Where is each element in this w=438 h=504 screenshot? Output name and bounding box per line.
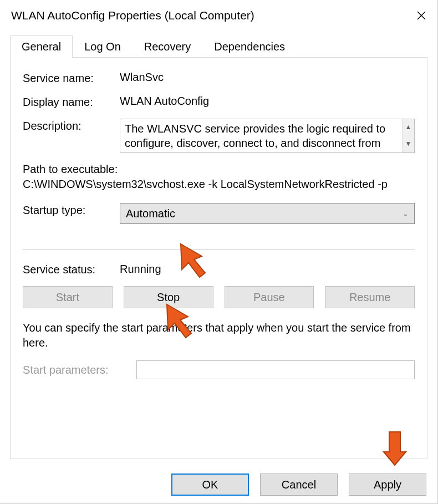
start-params-input (136, 360, 415, 379)
service-status-label: Service status: (23, 262, 120, 276)
service-control-buttons: Start Stop Pause Resume (23, 286, 415, 308)
scroll-up-icon[interactable]: ▲ (403, 119, 414, 136)
tab-recovery[interactable]: Recovery (133, 35, 202, 58)
close-icon[interactable] (416, 11, 426, 21)
description-text: The WLANSVC service provides the logic r… (125, 121, 410, 150)
display-name-value: WLAN AutoConfig (120, 95, 415, 108)
service-name-label: Service name: (23, 71, 120, 85)
start-params-label: Start parameters: (23, 364, 136, 376)
startup-type-label: Startup type: (23, 203, 120, 217)
dialog-footer: OK Cancel Apply (171, 474, 426, 496)
general-panel: Service name: WlanSvc Display name: WLAN… (10, 57, 427, 459)
titlebar: WLAN AutoConfig Properties (Local Comput… (0, 0, 437, 31)
scroll-down-icon[interactable]: ▼ (403, 136, 414, 152)
tab-general[interactable]: General (10, 35, 73, 58)
description-label: Description: (23, 119, 120, 133)
tab-strip: General Log On Recovery Dependencies (10, 35, 427, 58)
properties-dialog: WLAN AutoConfig Properties (Local Comput… (0, 0, 438, 504)
cancel-button[interactable]: Cancel (260, 474, 338, 496)
display-name-label: Display name: (23, 95, 120, 109)
chevron-down-icon: ⌄ (403, 210, 409, 218)
service-status-value: Running (120, 263, 161, 276)
resume-button: Resume (325, 286, 415, 308)
ok-button[interactable]: OK (171, 474, 249, 496)
startup-type-value: Automatic (126, 207, 175, 220)
stop-button[interactable]: Stop (124, 286, 213, 308)
window-title: WLAN AutoConfig Properties (Local Comput… (11, 9, 254, 22)
description-box: The WLANSVC service provides the logic r… (120, 119, 415, 153)
path-label: Path to executable: (23, 163, 415, 176)
start-button: Start (23, 286, 113, 308)
tab-dependencies[interactable]: Dependencies (202, 35, 297, 58)
tab-logon[interactable]: Log On (73, 35, 133, 58)
path-value: C:\WINDOWS\system32\svchost.exe -k Local… (23, 178, 415, 191)
start-params-hint: You can specify the start parameters tha… (23, 320, 415, 350)
startup-type-select[interactable]: Automatic ⌄ (120, 203, 415, 224)
pause-button: Pause (225, 286, 314, 308)
description-scrollbar[interactable]: ▲ ▼ (402, 119, 414, 152)
service-name-value: WlanSvc (120, 71, 415, 84)
divider (23, 250, 415, 250)
apply-button[interactable]: Apply (349, 474, 426, 496)
